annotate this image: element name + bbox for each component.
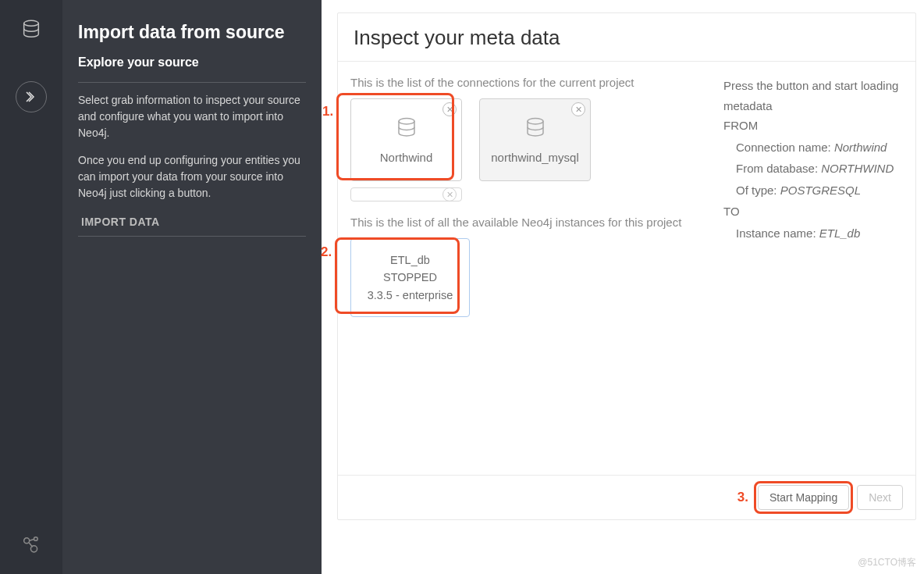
svg-point-1 [24,538,30,544]
sidebar-subtitle: Explore your source [78,55,306,70]
instance-name: ETL_db [357,251,463,269]
info-instance: Instance name: ETL_db [723,223,904,244]
info-database: From database: NORTHWIND [723,159,904,179]
rail-database-icon[interactable] [17,16,45,44]
connection-name: Northwind [380,151,433,164]
body-left: This is the list of the connections for … [338,62,713,475]
next-button[interactable]: Next [857,485,903,510]
annotation-label-2: 2. [321,244,332,260]
info-lead: Press the button and start loading metad… [723,76,904,116]
connection-card-collapsed[interactable]: ✕ [350,187,462,201]
annotation-label-1: 1. [322,104,333,119]
rail-graph-icon[interactable] [17,530,45,558]
sidebar-description-1: Select grab information to inspect your … [78,92,306,141]
database-icon [524,116,547,140]
connection-name: northwind_mysql [491,151,579,164]
import-data-action[interactable]: IMPORT DATA [78,212,306,237]
instance-card-etl-db[interactable]: ETL_db STOPPED 3.3.5 - enterprise [350,238,470,317]
connection-card-northwind-mysql[interactable]: ✕ northwind_mysql [479,98,591,181]
rail-next-icon[interactable] [16,81,47,112]
footer: 3. Start Mapping Next [338,475,915,519]
annotation-label-3: 3. [737,490,748,505]
instances-label: This is the list of all the available Ne… [350,216,700,229]
info-from: FROM [723,116,904,136]
main-header: Inspect your meta data [338,13,915,62]
start-mapping-button[interactable]: Start Mapping [758,485,849,510]
instance-status: STOPPED [357,269,463,286]
main-area: Inspect your meta data This is the list … [322,0,924,574]
connections-label: This is the list of the connections for … [350,76,700,89]
svg-point-5 [528,118,543,124]
svg-point-2 [34,537,38,541]
close-icon[interactable]: ✕ [571,102,585,116]
svg-point-0 [24,20,39,26]
close-icon[interactable]: ✕ [442,187,457,201]
info-type: Of type: POSTGRESQL [723,180,904,201]
connection-card-northwind[interactable]: ✕ Northwind [350,98,462,181]
info-to: TO [723,201,904,222]
close-icon[interactable]: ✕ [442,102,457,116]
nav-rail [0,0,62,574]
watermark: @51CTO博客 [858,556,916,569]
connection-cards: ✕ Northwind ✕ [350,98,700,181]
info-connection: Connection name: Northwind [723,137,904,158]
svg-point-4 [399,118,414,124]
instance-version: 3.3.5 - enterprise [357,287,463,304]
database-icon [395,116,418,140]
info-panel: Press the button and start loading metad… [713,62,915,475]
page-title: Inspect your meta data [354,26,900,50]
sidebar-title: Import data from source [78,22,306,43]
sidebar: Import data from source Explore your sou… [62,0,322,574]
sidebar-description-2: Once you end up configuring your entitie… [78,152,306,201]
divider [78,82,306,83]
